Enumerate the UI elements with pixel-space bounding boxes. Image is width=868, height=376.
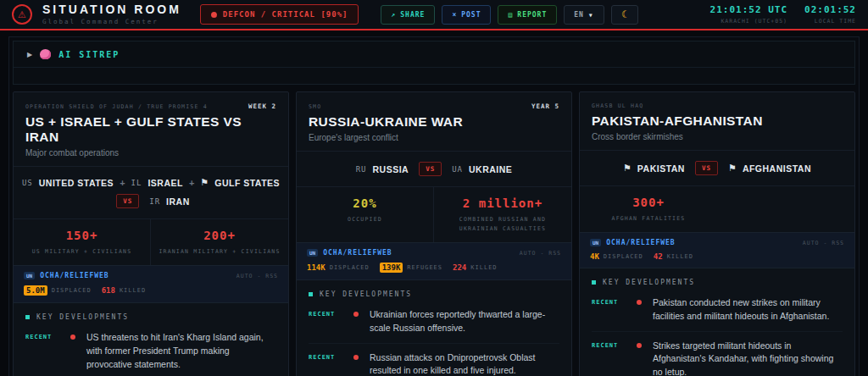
developments-heading: KEY DEVELOPMENTS — [36, 313, 129, 321]
utc-zone-label: KARACHI (UTC+05) — [710, 18, 787, 25]
stat-value: 150+ — [20, 229, 143, 242]
stat-label: COMBINED RUSSIAN AND UKRAINIAN CASUALTIE… — [441, 215, 565, 234]
development-text: Strikes targeted militant hideouts in Af… — [653, 340, 843, 376]
key-developments-section: KEY DEVELOPMENTS RECENT US threatens to … — [14, 303, 288, 376]
casualty-stats: 150+ US MILITARY + CIVILIANS 200+ IRANIA… — [14, 218, 288, 265]
figure-label: REFUGEES — [407, 264, 442, 271]
relief-source-bar: UN OCHA/RELIEFWEB AUTO - RSS 114K DISPLA… — [297, 242, 571, 280]
figure-value: 5.0M — [24, 285, 47, 296]
language-value: EN — [574, 11, 584, 19]
casualty-stat: 150+ US MILITARY + CIVILIANS — [14, 219, 151, 265]
app-header: ⚠ SITUATION ROOM Global Command Center D… — [0, 0, 868, 30]
brand: SITUATION ROOM Global Command Center — [42, 3, 181, 25]
report-button[interactable]: ▤ REPORT — [498, 5, 557, 25]
developments-heading: KEY DEVELOPMENTS — [320, 290, 412, 298]
relief-figure: 4K DISPLACED — [590, 252, 643, 261]
card-subtitle: Cross border skirmishes — [592, 132, 843, 141]
local-clock: 02:01:52 LOCAL TIME — [804, 4, 856, 25]
belligerent-token: + — [189, 178, 194, 188]
clocks: 21:01:52 UTC KARACHI (UTC+05) 02:01:52 L… — [710, 4, 856, 25]
figure-label: DISPLACED — [52, 287, 92, 294]
development-text: Ukrainian forces reportedly thwarted a l… — [370, 308, 559, 335]
un-icon: UN — [307, 249, 318, 257]
report-label: REPORT — [517, 11, 547, 19]
development-item: RECENT Ukrainian forces reportedly thwar… — [309, 301, 559, 344]
un-icon: UN — [24, 272, 35, 279]
card-header: OPERATION SHIELD OF JUDAH / TRUE PROMISE… — [14, 92, 288, 166]
conflict-card-ukraine: SMO YEAR 5 RUSSIA-UKRAINE WAR Europe's l… — [296, 91, 572, 376]
belligerent-token: VS — [116, 194, 139, 208]
belligerent-token: IL — [131, 179, 142, 187]
belligerent-token: RUSSIA — [372, 164, 409, 174]
belligerent-token: ⚑ — [200, 177, 209, 188]
card-subtitle: Europe's largest conflict — [309, 133, 559, 142]
un-icon: UN — [590, 239, 601, 246]
duration-badge: WEEK 2 — [248, 102, 276, 110]
stat-label: US MILITARY + CIVILIANS — [20, 247, 143, 257]
belligerent-token: ⚑ — [623, 163, 632, 174]
casualty-stat: 300+ AFGHAN FATALITIES — [580, 186, 717, 232]
chevron-down-icon: ▾ — [588, 10, 594, 19]
duration-badge: YEAR 5 — [531, 102, 559, 110]
square-bullet-icon — [309, 292, 313, 296]
belligerent-token: VS — [695, 161, 718, 175]
belligerent-token: ISRAEL — [147, 178, 183, 188]
defcon-badge: DEFCON / CRITICAL [90%] — [200, 4, 359, 25]
relief-mode: AUTO - RSS — [236, 273, 278, 279]
developments-list: RECENT Ukrainian forces reportedly thwar… — [309, 301, 559, 376]
developments-list: RECENT Pakistan conducted new strikes on… — [592, 289, 843, 376]
belligerent-token: PAKISTAN — [637, 163, 685, 174]
relief-source-link[interactable]: OCHA/RELIEFWEB — [40, 272, 108, 279]
conflict-cards: OPERATION SHIELD OF JUDAH / TRUE PROMISE… — [13, 91, 855, 376]
header-actions: ↗ SHARE × POST ▤ REPORT EN ▾ ☾ — [381, 5, 638, 25]
theme-toggle-button[interactable]: ☾ — [611, 5, 638, 25]
development-item: RECENT Russian attacks on Dnipropetrovsk… — [309, 344, 559, 376]
development-item: RECENT Strikes targeted militant hideout… — [592, 332, 843, 376]
casualty-stat: 20% OCCUPIED — [297, 187, 434, 242]
relief-source-bar: UN OCHA/RELIEFWEB AUTO - RSS 4K DISPLACE… — [580, 232, 854, 268]
key-developments-section: KEY DEVELOPMENTS RECENT Pakistan conduct… — [580, 268, 854, 376]
relief-source-link[interactable]: OCHA/RELIEFWEB — [606, 239, 675, 246]
belligerents-row: RURUSSIAVSUAUKRAINE — [297, 151, 571, 186]
post-label: POST — [461, 11, 481, 19]
stat-value: 300+ — [587, 196, 710, 209]
card-title: PAKISTAN-AFGHANISTAN — [592, 113, 843, 129]
local-time: 02:01:52 — [804, 4, 856, 15]
stat-label: AFGHAN FATALITIES — [587, 214, 710, 224]
share-label: SHARE — [400, 11, 425, 19]
language-dropdown[interactable]: EN ▾ — [564, 5, 604, 25]
alert-dot-icon — [211, 12, 217, 18]
casualty-stat: 2 million+ COMBINED RUSSIAN AND UKRAINIA… — [434, 187, 571, 242]
relief-mode: AUTO - RSS — [520, 250, 561, 257]
development-text: US threatens to hit Iran's Kharg Island … — [86, 331, 276, 371]
operation-name: OPERATION SHIELD OF JUDAH / TRUE PROMISE… — [25, 103, 208, 110]
figure-value: 4K — [590, 252, 599, 261]
stat-value: 2 million+ — [441, 196, 565, 210]
development-item: RECENT US threatens to hit Iran's Kharg … — [25, 323, 276, 376]
bullet-dot-icon — [70, 335, 75, 340]
ai-sitrep-body — [14, 68, 854, 84]
bullet-dot-icon — [353, 312, 359, 317]
belligerents-row: USUNITED STATES+ILISRAEL+⚑GULF STATESVSI… — [14, 166, 288, 218]
ai-brain-icon — [40, 49, 51, 59]
operation-name: GHASB UL HAQ — [592, 102, 643, 109]
document-icon: ▤ — [508, 11, 513, 19]
ai-sitrep-toggle[interactable]: ▶ AI SITREP — [14, 41, 854, 68]
stat-label: IRANIAN MILITARY + CIVILIANS — [158, 247, 281, 257]
relief-figures: 114K DISPLACED 139K REFUGEES 224 KILLED — [307, 263, 561, 273]
relief-source-link[interactable]: OCHA/RELIEFWEB — [323, 249, 392, 257]
bullet-dot-icon — [637, 343, 642, 348]
recency-tag: RECENT — [309, 351, 346, 361]
relief-source-bar: UN OCHA/RELIEFWEB AUTO - RSS 5.0M DISPLA… — [14, 265, 288, 303]
developments-list: RECENT US threatens to hit Iran's Kharg … — [25, 323, 276, 376]
share-button[interactable]: ↗ SHARE — [381, 5, 435, 25]
post-button[interactable]: × POST — [442, 5, 491, 25]
relief-mode: AUTO - RSS — [803, 240, 844, 246]
belligerent-token: UKRAINE — [469, 164, 512, 174]
x-post-icon: × — [452, 11, 457, 19]
recency-tag: RECENT — [309, 308, 346, 318]
development-text: Russian attacks on Dnipropetrovsk Oblast… — [370, 351, 559, 376]
developments-heading: KEY DEVELOPMENTS — [603, 279, 695, 286]
belligerent-token: IR — [149, 197, 160, 206]
development-item: RECENT Pakistan conducted new strikes on… — [592, 289, 843, 332]
